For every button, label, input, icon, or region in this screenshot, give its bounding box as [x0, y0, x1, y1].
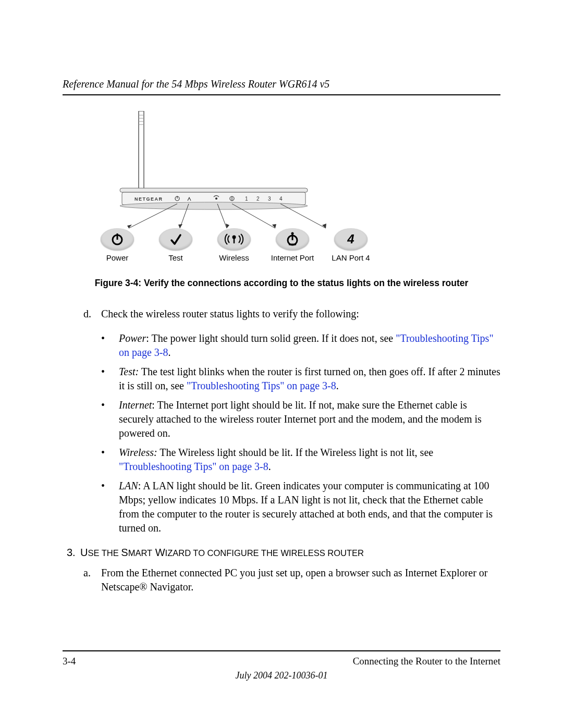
sub-bullet-list: •Power: The power light should turn soli…: [101, 331, 500, 535]
internet-icon: [285, 231, 300, 247]
sub-bullet: •Wireless: The Wireless light should be …: [101, 446, 500, 474]
svg-text:3: 3: [268, 196, 271, 202]
footer-rule: [63, 650, 500, 651]
power-icon: [110, 232, 125, 246]
bullet-body: Power: The power light should turn solid…: [119, 331, 500, 360]
svg-point-7: [120, 202, 308, 209]
lan4-icon: 4: [344, 232, 358, 246]
list-marker-d: d.: [83, 307, 101, 321]
sub-bullet: •LAN: A LAN light should be lit. Green i…: [101, 479, 500, 535]
svg-text:1: 1: [245, 196, 248, 202]
svg-text:2: 2: [256, 196, 260, 202]
cross-ref-link[interactable]: "Troubleshooting Tips" on page 3-8: [119, 332, 494, 358]
bullet-dot: •: [101, 331, 119, 360]
bullet-term: LAN: [119, 480, 138, 491]
test-icon: [168, 232, 183, 246]
figure-3-4: NETGEAR 1 2 3 4: [109, 111, 443, 267]
bullet-term: Wireless:: [119, 447, 157, 458]
cross-ref-link[interactable]: "Troubleshooting Tips" on page 3-8: [119, 461, 268, 472]
callout-row: Power Test Wireless: [94, 228, 374, 262]
callout-label: Test: [168, 253, 183, 262]
bullet-dot: •: [101, 398, 119, 440]
bullet-body: Wireless: The Wireless light should be l…: [119, 446, 500, 474]
pdf-page: Reference Manual for the 54 Mbps Wireles…: [0, 0, 563, 728]
bullet-term: Internet: [119, 399, 152, 411]
section-3-heading: 3.USE THE SMART WIZARD TO CONFIGURE THE …: [67, 547, 500, 559]
bullet-term: Test:: [119, 366, 139, 377]
page-number: 3-4: [63, 656, 76, 667]
router-illustration: NETGEAR 1 2 3 4: [115, 111, 386, 231]
callout-label: Wireless: [219, 253, 249, 262]
page-footer: 3-4 Connecting the Router to the Interne…: [63, 650, 500, 681]
svg-point-10: [216, 198, 217, 200]
callout-test: Test: [152, 228, 199, 262]
svg-rect-5: [120, 188, 308, 192]
callout-internet: Internet Port: [269, 228, 316, 262]
bullet-dot: •: [101, 479, 119, 535]
list-marker-a: a.: [83, 566, 101, 594]
callout-label: Internet Port: [271, 253, 314, 262]
callout-label: LAN Port 4: [332, 253, 370, 262]
header-rule: [63, 94, 500, 95]
bullet-body: LAN: A LAN light should be lit. Green in…: [119, 479, 500, 535]
svg-rect-0: [139, 111, 144, 192]
svg-point-28: [291, 232, 294, 235]
sub-bullet: •Test: The test light blinks when the ro…: [101, 365, 500, 393]
step-d: d. Check the wireless router status ligh…: [63, 307, 500, 535]
callout-wireless: Wireless: [211, 228, 258, 262]
wireless-icon: [222, 232, 246, 246]
step-3a: a. From the Ethernet connected PC you ju…: [83, 566, 500, 594]
sub-bullet: •Internet: The Internet port light shoul…: [101, 398, 500, 440]
sub-bullet: •Power: The power light should turn soli…: [101, 331, 500, 360]
svg-marker-18: [178, 224, 182, 228]
svg-text:4: 4: [347, 232, 354, 246]
footer-date: July 2004 202-10036-01: [63, 670, 500, 681]
step-3a-text: From the Ethernet connected PC you just …: [101, 566, 500, 594]
callout-power: Power: [94, 228, 141, 262]
bullet-dot: •: [101, 365, 119, 393]
bullet-term: Power: [119, 332, 146, 344]
bullet-body: Test: The test light blinks when the rou…: [119, 365, 500, 393]
bullet-body: Internet: The Internet port light should…: [119, 398, 500, 440]
footer-section-title: Connecting the Router to the Internet: [353, 656, 500, 667]
bullet-dot: •: [101, 446, 119, 474]
callout-lan4: 4 LAN Port 4: [327, 228, 374, 262]
brand-text: NETGEAR: [134, 196, 163, 202]
step-d-intro: Check the wireless router status lights …: [101, 307, 359, 321]
svg-text:4: 4: [279, 196, 283, 202]
running-header: Reference Manual for the 54 Mbps Wireles…: [63, 78, 500, 94]
cross-ref-link[interactable]: "Troubleshooting Tips" on page 3-8: [187, 380, 336, 391]
callout-label: Power: [106, 253, 129, 262]
figure-caption: Figure 3-4: Verify the connections accor…: [63, 278, 500, 289]
